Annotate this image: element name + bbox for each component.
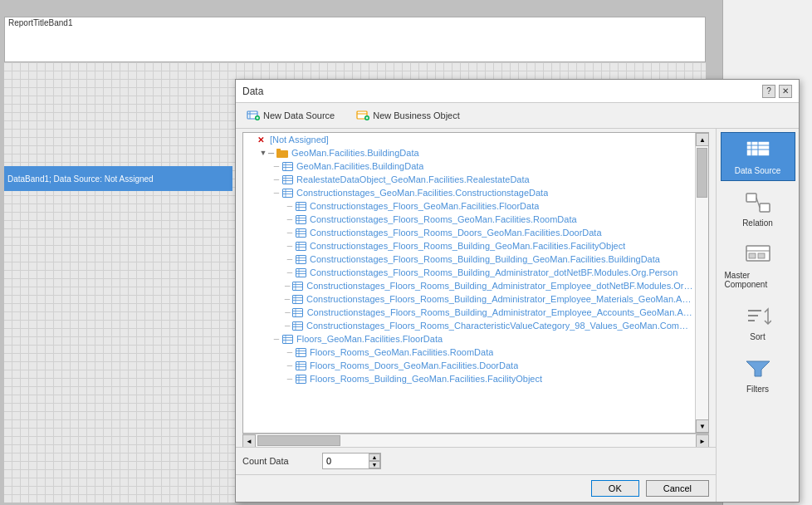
not-assigned-icon: ✕: [255, 134, 267, 145]
table-icon: [292, 293, 303, 305]
svg-rect-77: [296, 375, 306, 383]
dialog-footer: OK Cancel: [236, 474, 716, 502]
dialog-help-button[interactable]: ?: [762, 85, 775, 98]
table-icon: [295, 346, 306, 358]
cancel-button[interactable]: Cancel: [646, 480, 709, 497]
new-data-source-icon: [247, 109, 260, 122]
sort-icon: [743, 304, 773, 329]
tree-item-constructionstages_floors_rooms_characteristic[interactable]: ─ Constructionstages_Floors_Rooms_Charac…: [243, 319, 695, 332]
sidebar-sort-button[interactable]: Sort: [721, 298, 795, 347]
tree-scrollbar-horizontal[interactable]: ◄ ►: [242, 434, 709, 447]
tree-expander[interactable]: ▼: [258, 149, 268, 157]
tree-item-label: Constructionstages_Floors_Rooms_Building…: [310, 241, 625, 251]
svg-rect-65: [282, 335, 292, 343]
tree-item-constructionstages_floors_rooms_doors[interactable]: ─ Constructionstages_Floors_Rooms_Doors_…: [243, 226, 695, 239]
filters-sidebar-label: Filters: [746, 385, 769, 394]
svg-marker-96: [746, 361, 770, 376]
sort-sidebar-label: Sort: [750, 332, 765, 341]
tree-item-constructionstages_floors[interactable]: ─ Constructionstages_Floors_GeoMan.Facil…: [243, 199, 695, 213]
tree-item-label: GeoMan.Facilities.BuildingData: [296, 161, 423, 171]
svg-rect-92: [758, 253, 765, 258]
scrollbar-left-button[interactable]: ◄: [242, 434, 256, 448]
tree-item-constructionstages_floors_rooms_building_administrator_employee_materials[interactable]: ─ Constructionstages_Floors_Rooms_Buildi…: [243, 292, 695, 306]
report-title-band: ReportTitleBand1: [4, 17, 706, 62]
master-component-sidebar-label: Master Component: [725, 271, 791, 289]
table-icon: [295, 200, 306, 212]
table-icon: [292, 280, 303, 292]
count-spinner[interactable]: ▲ ▼: [369, 454, 380, 468]
tree-item-geoman_facilities_buildingdata_root[interactable]: ▼─ GeoMan.Facilities.BuildingData: [243, 146, 695, 159]
sidebar-filters-button[interactable]: Filters: [721, 351, 795, 400]
new-data-source-button[interactable]: New Data Source: [242, 106, 339, 125]
tree-item-not_assigned[interactable]: ✕[Not Assigned]: [243, 133, 695, 146]
scrollbar-thumb[interactable]: [697, 148, 707, 198]
tree-item-label: Constructionstages_Floors_Rooms_Doors_Ge…: [310, 228, 602, 238]
master-component-icon: [743, 243, 773, 267]
count-spinner-up[interactable]: ▲: [369, 454, 380, 461]
svg-rect-91: [749, 253, 756, 258]
tree-item-constructionstages_floors_rooms[interactable]: ─ Constructionstages_Floors_Rooms_GeoMan…: [243, 213, 695, 226]
tree-item-geoman_facilities_buildingdata[interactable]: ─ GeoMan.Facilities.BuildingData: [243, 159, 695, 173]
scrollbar-right-button[interactable]: ►: [696, 434, 709, 448]
tree-item-floors_rooms_geoman_roomdata[interactable]: ─ Floors_Rooms_GeoMan.Facilities.RoomDat…: [243, 346, 695, 359]
filters-icon: [743, 356, 773, 381]
tree-item-realestatedataobject[interactable]: ─ RealestateDataObject_GeoMan.Facilities…: [243, 173, 695, 186]
tree-item-label: RealestateDataObject_GeoMan.Facilities.R…: [296, 174, 530, 184]
table-icon: [281, 160, 293, 172]
scrollbar-track[interactable]: [696, 146, 708, 419]
tree-item-label: Floors_Rooms_Building_GeoMan.Facilities.…: [310, 374, 542, 384]
tree-item-constructionstages_floors_rooms_building_building[interactable]: ─ Constructionstages_Floors_Rooms_Buildi…: [243, 252, 695, 266]
tree-item-label: Constructionstages_Floors_GeoMan.Facilit…: [310, 201, 539, 211]
svg-rect-86: [746, 194, 756, 202]
tree-item-floors_rooms_doors[interactable]: ─ Floors_Rooms_Doors_GeoMan.Facilities.D…: [243, 359, 695, 372]
sidebar-data-source-button[interactable]: Data Source: [721, 132, 795, 181]
table-icon: [295, 360, 306, 371]
tree-item-floors_rooms_building_facilityobject[interactable]: ─ Floors_Rooms_Building_GeoMan.Facilitie…: [243, 372, 695, 385]
tree-item-constructionstages_floors_rooms_building[interactable]: ─ Constructionstages_Floors_Rooms_Buildi…: [243, 239, 695, 252]
svg-rect-37: [296, 242, 306, 250]
tree-item-floors_geoman_floordata[interactable]: ─ Floors_GeoMan.Facilities.FloorData: [243, 332, 695, 346]
scrollbar-h-thumb[interactable]: [257, 435, 340, 446]
count-data-input[interactable]: [323, 454, 369, 468]
table-icon: [292, 320, 303, 331]
table-icon: [295, 267, 306, 278]
count-spinner-down[interactable]: ▼: [369, 461, 380, 468]
svg-rect-45: [296, 268, 306, 277]
dialog-sidebar: Data Source Relation: [716, 129, 799, 502]
table-icon: [295, 253, 306, 265]
table-icon: [295, 373, 306, 385]
tree-item-constructionstages_floors_rooms_building_administrator_employee_accounts[interactable]: ─ Constructionstages_Floors_Rooms_Buildi…: [243, 306, 695, 319]
svg-rect-41: [296, 255, 306, 263]
tree-item-constructionstages_floors_rooms_building_administrator_employee[interactable]: ─ Constructionstages_Floors_Rooms_Buildi…: [243, 279, 695, 292]
tree-container[interactable]: ✕[Not Assigned]▼─ GeoMan.Facilities.Buil…: [243, 133, 695, 433]
data-source-sidebar-label: Data Source: [735, 166, 781, 175]
scrollbar-down-button[interactable]: ▼: [696, 419, 709, 433]
relation-sidebar-label: Relation: [742, 218, 773, 228]
svg-rect-33: [296, 228, 306, 237]
tree-item-label: Constructionstages_Floors_Rooms_GeoMan.F…: [310, 214, 577, 224]
scrollbar-up-button[interactable]: ▲: [696, 133, 709, 146]
svg-rect-73: [296, 361, 306, 370]
dialog-titlebar: Data ? ✕: [236, 80, 799, 103]
tree-scroll-wrapper: ✕[Not Assigned]▼─ GeoMan.Facilities.Buil…: [242, 132, 709, 434]
new-business-object-button[interactable]: New Business Object: [352, 106, 464, 125]
svg-rect-87: [760, 203, 770, 212]
tree-item-label: Constructionstages_Floors_Rooms_Building…: [307, 307, 693, 317]
ok-button[interactable]: OK: [591, 480, 639, 497]
relation-icon: [743, 190, 773, 215]
table-icon: [281, 187, 293, 199]
tree-item-label: GeoMan.Facilities.BuildingData: [291, 148, 418, 158]
sidebar-relation-button[interactable]: Relation: [721, 184, 795, 233]
tree-item-constructionstages_geoman[interactable]: ─ Constructionstages_GeoMan.Facilities.C…: [243, 186, 695, 199]
tree-item-constructionstages_floors_rooms_building_administrator_person[interactable]: ─ Constructionstages_Floors_Rooms_Buildi…: [243, 266, 695, 279]
tree-scrollbar-vertical[interactable]: ▲ ▼: [695, 133, 708, 433]
dialog-close-button[interactable]: ✕: [779, 85, 792, 98]
table-icon: [281, 333, 293, 345]
svg-line-88: [756, 198, 760, 208]
table-icon: [281, 174, 293, 185]
tree-item-label: Constructionstages_Floors_Rooms_Characte…: [306, 321, 693, 331]
dialog-controls: ? ✕: [762, 85, 792, 98]
sidebar-master-component-button[interactable]: Master Component: [721, 237, 795, 295]
scrollbar-h-track[interactable]: [256, 434, 696, 447]
tree-item-label: Constructionstages_Floors_Rooms_Building…: [310, 267, 677, 277]
